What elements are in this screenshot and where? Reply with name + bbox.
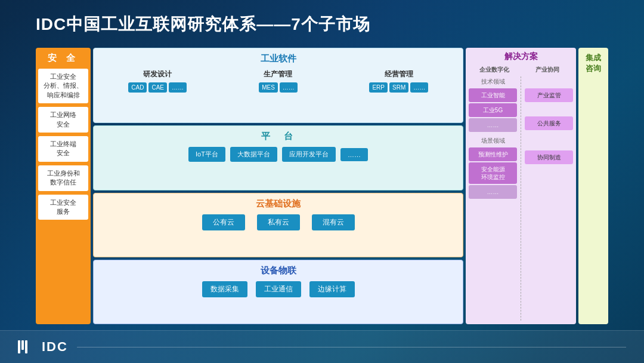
hybrid-cloud-tag: 混有云	[312, 214, 355, 230]
platform-more-tag: ……	[340, 148, 368, 161]
private-cloud-tag: 私有云	[257, 214, 300, 230]
security-title: 安 全	[48, 53, 79, 64]
scene-more-item: ……	[469, 185, 517, 199]
svg-rect-2	[25, 340, 27, 353]
tech-domain-label: 技术领域	[469, 76, 517, 87]
integration-title: 集成咨询	[586, 53, 601, 74]
security-item-1: 工业安全分析、情报、响应和编排	[38, 69, 88, 103]
idc-logo-icon	[18, 340, 37, 353]
footer: IDC	[0, 330, 644, 363]
svg-rect-0	[18, 340, 20, 353]
edge-compute-tag: 边缘计算	[309, 281, 355, 297]
software-title: 工业软件	[100, 53, 457, 64]
industrial-intelligence-item: 工业智能	[469, 88, 517, 102]
rd-design: 研发设计 CAD CAE ……	[100, 69, 215, 93]
integration-column: 集成咨询	[578, 48, 608, 324]
solutions-left-panel: 解决方案 企业数字化 产业协同 技术领域 工业智能 工业5G …… 场景领域 预…	[466, 48, 576, 324]
appdev-tag: 应用开发平台	[282, 147, 336, 162]
page-title: IDC中国工业互联网研究体系——7个子市场	[36, 13, 370, 36]
rd-title: 研发设计	[143, 69, 172, 79]
industry-collab-header: 产业协同	[522, 66, 574, 74]
production-mgmt: 生产管理 MES ……	[220, 69, 336, 93]
solutions-column: 解决方案 企业数字化 产业协同 技术领域 工业智能 工业5G …… 场景领域 预…	[466, 48, 576, 324]
solutions-divider	[521, 76, 521, 321]
erp-tag: ERP	[369, 82, 388, 93]
prod-more-tag: ……	[280, 82, 298, 93]
scene-domain-label: 场景领域	[469, 136, 517, 146]
biz-title: 经营管理	[385, 69, 413, 79]
prod-title: 生产管理	[264, 69, 292, 79]
cae-tag: CAE	[148, 82, 167, 93]
idc-logo-text: IDC	[42, 339, 68, 355]
data-collect-tag: 数据采集	[202, 281, 247, 297]
cloud-tags: 公有云 私有云 混有云	[202, 214, 355, 230]
predictive-maint-item: 预测性维护	[469, 147, 517, 161]
spacer2	[525, 131, 573, 149]
software-subsections: 研发设计 CAD CAE …… 生产管理 MES …… 经营管理	[100, 69, 457, 93]
safety-energy-item: 安全能源环境监控	[469, 162, 517, 184]
industry-comm-tag: 工业通信	[256, 281, 301, 297]
device-title: 设备物联	[261, 265, 296, 276]
security-item-5: 工业安全服务	[38, 195, 88, 220]
device-tags: 数据采集 工业通信 边缘计算	[202, 281, 355, 297]
solutions-header: 解决方案	[469, 51, 573, 62]
cloud-title: 云基础设施	[256, 198, 301, 210]
industry-supervision-item: 产业监管	[525, 88, 573, 102]
business-mgmt: 经营管理 ERP SRM ……	[341, 69, 457, 93]
mes-tag: MES	[259, 82, 278, 93]
main-diagram: 安 全 工业安全分析、情报、响应和编排 工业网络安全 工业终端安全 工业身份和数…	[36, 48, 608, 324]
spacer	[525, 103, 573, 115]
industry-software-section: 工业软件 研发设计 CAD CAE …… 生产管理 MES ……	[93, 48, 463, 123]
bigdata-tag: 大数据平台	[230, 147, 277, 162]
biz-more-tag: ……	[410, 82, 428, 93]
footer-divider	[77, 347, 626, 347]
security-item-2: 工业网络安全	[38, 107, 88, 133]
security-column: 安 全 工业安全分析、情报、响应和编排 工业网络安全 工业终端安全 工业身份和数…	[36, 48, 91, 324]
idc-logo: IDC	[18, 339, 68, 355]
cad-tag: CAD	[128, 82, 147, 93]
platform-title: 平 台	[261, 131, 295, 142]
srm-tag: SRM	[389, 82, 408, 93]
iot-tag: IoT平台	[188, 147, 225, 162]
middle-column: 工业软件 研发设计 CAD CAE …… 生产管理 MES ……	[93, 48, 463, 324]
security-items-list: 工业安全分析、情报、响应和编排 工业网络安全 工业终端安全 工业身份和数字信任 …	[38, 69, 88, 220]
device-section: 设备物联 数据采集 工业通信 边缘计算	[93, 260, 463, 324]
industrial-5g-item: 工业5G	[469, 103, 517, 117]
platform-section: 平 台 IoT平台 大数据平台 应用开发平台 ……	[93, 125, 463, 190]
cloud-section: 云基础设施 公有云 私有云 混有云	[93, 193, 463, 257]
security-item-3: 工业终端安全	[38, 136, 88, 162]
solutions-sub-headers: 企业数字化 产业协同	[469, 66, 573, 74]
platform-tags: IoT平台 大数据平台 应用开发平台 ……	[188, 147, 368, 162]
public-cloud-tag: 公有云	[202, 214, 245, 230]
public-service-item: 公共服务	[525, 116, 573, 130]
collab-manufacture-item: 协同制造	[525, 150, 573, 164]
enterprise-digital-header: 企业数字化	[469, 66, 520, 74]
rd-more-tag: ……	[169, 82, 187, 93]
svg-rect-1	[21, 340, 24, 350]
tech-more-item: ……	[469, 118, 517, 132]
security-item-4: 工业身份和数字信任	[38, 165, 88, 191]
